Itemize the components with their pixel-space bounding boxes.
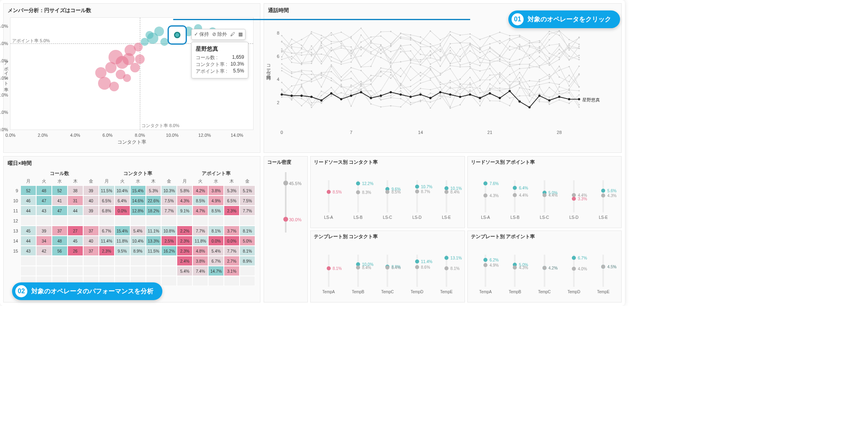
heatmap-cell[interactable] — [115, 256, 130, 266]
heatmap-cell[interactable]: 9.5% — [115, 246, 130, 256]
heatmap-cell[interactable]: 11.5% — [99, 185, 115, 196]
heatmap-cell[interactable]: 2.3% — [224, 206, 240, 216]
heatmap-cell[interactable] — [36, 256, 52, 266]
heatmap-cell[interactable]: 5.4% — [177, 266, 192, 276]
heatmap-cell[interactable] — [146, 216, 162, 226]
heatmap-cell[interactable]: 6.5% — [99, 196, 115, 206]
heatmap-cell[interactable]: 7.7% — [240, 206, 255, 216]
heatmap-cell[interactable]: 31 — [68, 196, 83, 206]
scatter-point[interactable] — [154, 27, 164, 36]
heatmap-cell[interactable]: 48 — [36, 185, 52, 196]
heatmap-cell[interactable]: 7.7% — [161, 206, 177, 216]
heatmap-cell[interactable]: 2.2% — [177, 226, 192, 236]
heatmap-cell[interactable]: 11.8% — [192, 236, 208, 246]
heatmap-cell[interactable] — [68, 256, 83, 266]
heatmap-cell[interactable]: 11.5% — [146, 246, 162, 256]
heatmap-cell[interactable]: 37 — [83, 226, 99, 236]
scatter-point[interactable] — [123, 74, 131, 82]
heatmap-cell[interactable]: 4.3% — [177, 196, 192, 206]
heatmap-cell[interactable]: 4.7% — [192, 206, 208, 216]
heatmap-cell[interactable]: 48 — [52, 236, 68, 246]
heatmap-cell[interactable]: 14.6% — [130, 196, 146, 206]
heatmap-cell[interactable]: 5.1% — [240, 185, 255, 196]
scatter-point[interactable] — [109, 82, 119, 91]
heatmap-cell[interactable]: 3.1% — [224, 266, 240, 276]
heatmap-cell[interactable]: 8.1% — [240, 226, 255, 236]
heatmap-cell[interactable]: 10.3% — [161, 185, 177, 196]
heatmap-cell[interactable]: 46 — [20, 196, 36, 206]
heatmap-cell[interactable]: 8.1% — [240, 246, 255, 256]
heatmap-cell[interactable]: 39 — [83, 206, 99, 216]
heatmap-cell[interactable]: 7.5% — [161, 196, 177, 206]
heatmap-cell[interactable] — [130, 266, 146, 276]
heatmap-cell[interactable]: 9.1% — [177, 206, 192, 216]
heatmap-cell[interactable] — [52, 256, 68, 266]
heatmap-cell[interactable]: 11.1% — [146, 226, 162, 236]
heatmap-cell[interactable]: 42 — [36, 246, 52, 256]
heatmap-cell[interactable]: 37 — [83, 246, 99, 256]
heatmap-cell[interactable]: 8.1% — [208, 226, 224, 236]
heatmap-cell[interactable] — [99, 266, 115, 276]
scatter-point[interactable] — [135, 54, 145, 64]
heatmap-cell[interactable] — [36, 216, 52, 226]
heatmap-cell[interactable]: 26 — [68, 246, 83, 256]
heatmap-cell[interactable]: 15.4% — [115, 226, 130, 236]
heatmap-cell[interactable]: 8.9% — [130, 246, 146, 256]
heatmap-cell[interactable]: 22.6% — [146, 196, 162, 206]
scatter-point[interactable] — [160, 38, 168, 46]
heatmap-cell[interactable]: 2.7% — [224, 256, 240, 266]
scatter-point[interactable] — [98, 77, 111, 90]
heatmap-cell[interactable] — [146, 256, 162, 266]
scatter-point[interactable] — [105, 62, 117, 73]
heatmap-cell[interactable] — [68, 266, 83, 276]
heatmap-cell[interactable] — [224, 276, 240, 286]
heatmap-cell[interactable]: 44 — [20, 236, 36, 246]
heatmap-cell[interactable] — [240, 276, 255, 286]
exclude-action[interactable]: ⊘ 除外 — [212, 31, 227, 38]
heatmap-cell[interactable]: 2.5% — [161, 236, 177, 246]
heatmap-cell[interactable] — [177, 216, 192, 226]
heatmap-cell[interactable]: 40 — [83, 196, 99, 206]
heatmap-cell[interactable]: 6.5% — [224, 196, 240, 206]
heatmap-cell[interactable] — [240, 216, 255, 226]
heatmap-cell[interactable] — [20, 216, 36, 226]
heatmap-cell[interactable]: 5.4% — [130, 226, 146, 236]
heatmap-cell[interactable]: 3.8% — [192, 256, 208, 266]
heatmap-cell[interactable]: 39 — [36, 226, 52, 236]
heatmap-cell[interactable]: 6.7% — [208, 256, 224, 266]
heatmap-cell[interactable]: 4.8% — [192, 246, 208, 256]
heatmap-cell[interactable]: 45 — [68, 236, 83, 246]
heatmap-cell[interactable]: 14.7% — [208, 266, 224, 276]
heatmap-cell[interactable]: 16.2% — [161, 246, 177, 256]
keep-action[interactable]: ✓ 保持 — [194, 31, 209, 38]
heatmap-cell[interactable] — [20, 256, 36, 266]
heatmap-cell[interactable] — [130, 216, 146, 226]
heatmap-cell[interactable]: 44 — [20, 206, 36, 216]
heatmap-cell[interactable]: 3.7% — [224, 226, 240, 236]
heatmap-cell[interactable]: 11.4% — [99, 236, 115, 246]
heatmap-cell[interactable] — [36, 266, 52, 276]
heatmap-cell[interactable] — [192, 276, 208, 286]
heatmap-cell[interactable]: 10.4% — [115, 185, 130, 196]
heatmap-cell[interactable] — [20, 266, 36, 276]
heatmap-cell[interactable] — [161, 276, 177, 286]
heatmap-cell[interactable] — [224, 216, 240, 226]
heatmap-cell[interactable]: 7.7% — [192, 226, 208, 236]
heatmap-cell[interactable] — [83, 216, 99, 226]
heatmap-cell[interactable] — [161, 256, 177, 266]
scatter-point[interactable] — [141, 38, 149, 46]
heatmap-cell[interactable]: 5.3% — [146, 185, 162, 196]
heatmap-cell[interactable] — [52, 266, 68, 276]
heatmap-cell[interactable]: 13.3% — [146, 236, 162, 246]
heatmap-cell[interactable]: 45 — [20, 226, 36, 236]
line-chart[interactable]: コール時間(h) 246807142128 星野悠真 — [274, 17, 613, 138]
heatmap-cell[interactable]: 2.3% — [177, 246, 192, 256]
grid-icon[interactable]: ▦ — [238, 31, 243, 37]
scatter-point[interactable] — [145, 31, 154, 39]
heatmap-cell[interactable]: 34 — [36, 236, 52, 246]
heatmap-cell[interactable]: 0.0% — [115, 206, 130, 216]
scatter-point[interactable] — [130, 63, 140, 72]
heatmap-cell[interactable]: 43 — [36, 206, 52, 216]
heatmap-cell[interactable]: 8.5% — [208, 206, 224, 216]
heatmap-cell[interactable]: 56 — [52, 246, 68, 256]
